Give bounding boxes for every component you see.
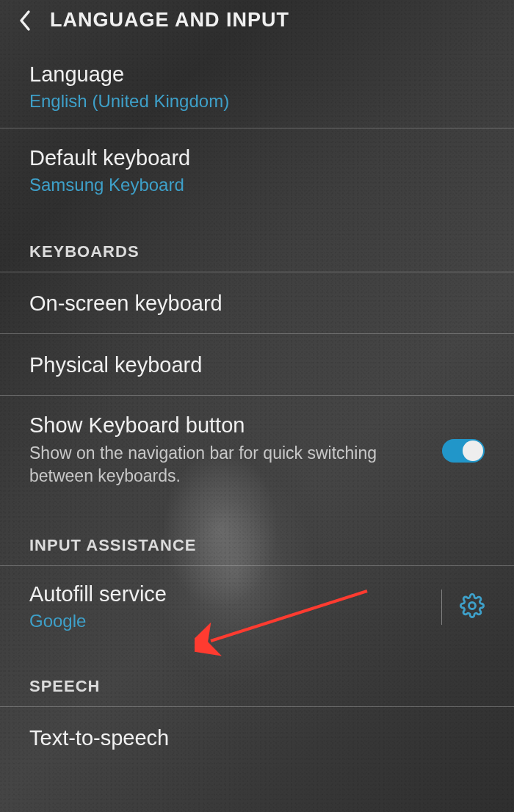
physical-keyboard-item[interactable]: Physical keyboard <box>0 334 514 396</box>
on-screen-keyboard-title: On-screen keyboard <box>29 291 485 316</box>
section-speech: SPEECH <box>0 646 514 707</box>
section-keyboards-label: KEYBOARDS <box>29 242 485 261</box>
gear-icon[interactable] <box>460 593 485 621</box>
text-to-speech-title: Text-to-speech <box>29 726 485 750</box>
section-input-assistance: INPUT ASSISTANCE <box>0 505 514 566</box>
back-icon[interactable] <box>15 10 35 31</box>
section-speech-label: SPEECH <box>29 677 485 696</box>
vertical-separator <box>441 590 442 625</box>
default-keyboard-value: Samsung Keyboard <box>29 175 485 195</box>
autofill-title: Autofill service <box>29 582 432 606</box>
svg-point-0 <box>468 602 475 609</box>
autofill-value: Google <box>29 611 432 631</box>
text-to-speech-item[interactable]: Text-to-speech <box>0 707 514 762</box>
language-title: Language <box>29 62 485 87</box>
section-input-assistance-label: INPUT ASSISTANCE <box>29 536 485 555</box>
show-keyboard-toggle[interactable] <box>442 439 485 463</box>
autofill-service-item[interactable]: Autofill service Google <box>0 566 514 646</box>
section-keyboards: KEYBOARDS <box>0 211 514 272</box>
show-keyboard-button-desc: Show on the navigation bar for quick swi… <box>29 442 427 487</box>
page-title: LANGUAGE AND INPUT <box>50 9 289 32</box>
language-item[interactable]: Language English (United Kingdom) <box>0 45 514 128</box>
app-header: LANGUAGE AND INPUT <box>0 0 514 45</box>
language-value: English (United Kingdom) <box>29 91 485 112</box>
default-keyboard-item[interactable]: Default keyboard Samsung Keyboard <box>0 128 514 211</box>
physical-keyboard-title: Physical keyboard <box>29 353 485 377</box>
on-screen-keyboard-item[interactable]: On-screen keyboard <box>0 272 514 334</box>
show-keyboard-button-item[interactable]: Show Keyboard button Show on the navigat… <box>0 396 514 505</box>
default-keyboard-title: Default keyboard <box>29 146 485 170</box>
show-keyboard-button-title: Show Keyboard button <box>29 413 427 438</box>
